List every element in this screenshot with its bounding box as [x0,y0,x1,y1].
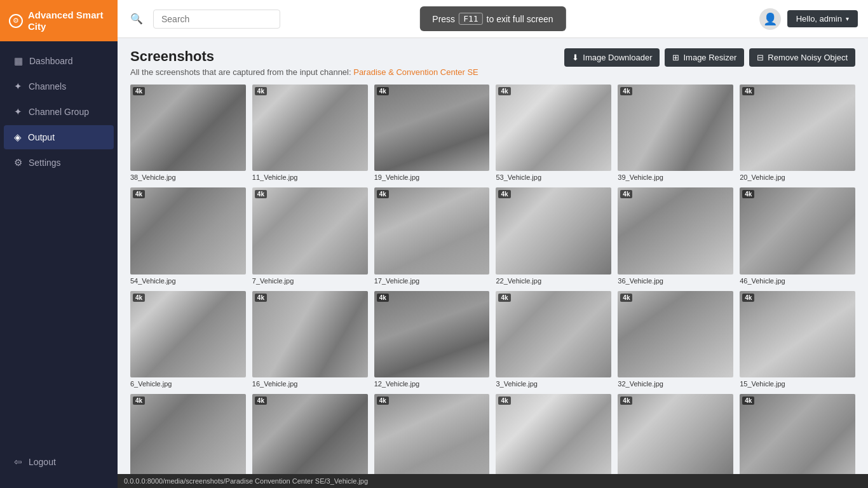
list-item[interactable]: 4k4_Vehicle.jpg [374,394,490,474]
image-thumbnail: 4k [618,187,733,274]
image-filename: 20_Vehicle.jpg [740,173,855,181]
list-item[interactable]: 4k12_Vehicle.jpg [374,291,490,388]
image-thumbnail: 4k [618,394,733,474]
search-input[interactable] [153,10,280,29]
list-item[interactable]: 4k19_Vehicle.jpg [374,85,490,181]
image-thumbnail: 4k [740,291,855,377]
resolution-badge: 4k [133,190,145,198]
list-item[interactable]: 4k16_Vehicle.jpg [252,291,368,388]
topbar: 🔍 Press F11 to exit full screen 👤 Hello,… [118,0,868,38]
image-thumbnail: 4k [252,394,368,474]
image-thumbnail: 4k [618,85,733,171]
list-item[interactable]: 4k53_Vehicle.jpg [496,85,611,181]
sidebar-item-label: Settings [29,158,61,168]
list-item[interactable]: 4k46_Vehicle.jpg [740,187,855,284]
dropdown-arrow-icon: ▾ [846,15,849,22]
image-resizer-button[interactable]: ⊞ Image Resizer [665,48,744,67]
resolution-badge: 4k [620,294,632,302]
image-filename: 53_Vehicle.jpg [496,173,611,181]
statusbar-text: 0.0.0.0:8000/media/screenshots/Paradise … [124,477,368,485]
dashboard-icon: ▦ [14,55,23,67]
list-item[interactable]: 4k54_Vehicle.jpg [130,187,246,284]
resolution-badge: 4k [742,294,754,302]
image-downloader-button[interactable]: ⬇ Image Downloader [564,48,660,67]
list-item[interactable]: 4k11_Vehicle.jpg [252,85,368,181]
list-item[interactable]: 4k39_Vehicle.jpg [618,85,733,181]
sidebar-item-channels[interactable]: ✦ Channels [4,74,114,98]
image-thumbnail: 4k [618,291,733,377]
list-item[interactable]: 4k51_Vehicle.jpg [496,394,611,474]
user-menu-button[interactable]: Hello, admin ▾ [787,10,858,27]
logout-icon: ⇦ [14,456,22,468]
image-grid: 4k38_Vehicle.jpg4k11_Vehicle.jpg4k19_Veh… [130,85,855,474]
image-thumbnail: 4k [374,187,490,274]
output-icon: ◈ [14,132,22,143]
channels-icon: ✦ [14,81,22,92]
logout-button[interactable]: ⇦ Logout [4,450,114,474]
image-filename: 32_Vehicle.jpg [618,380,733,388]
page-subtitle: All the screenshots that are captured fr… [130,67,478,77]
user-label: Hello, admin [796,14,842,24]
image-filename: 15_Vehicle.jpg [740,380,855,388]
image-filename: 36_Vehicle.jpg [618,277,733,285]
content-area: Screenshots All the screenshots that are… [118,38,868,474]
image-thumbnail: 4k [374,394,490,474]
page-title: Screenshots [130,48,478,65]
list-item[interactable]: 4k20_Vehicle.jpg [740,85,855,181]
image-thumbnail: 4k [496,291,611,377]
sidebar-item-dashboard[interactable]: ▦ Dashboard [4,49,114,73]
sidebar-item-label: Output [28,132,55,142]
list-item[interactable]: 4k15_Vehicle.jpg [740,291,855,388]
toast-key: F11 [459,13,482,25]
sidebar-item-settings[interactable]: ⚙ Settings [4,151,114,175]
resolution-badge: 4k [742,190,754,198]
action-buttons: ⬇ Image Downloader ⊞ Image Resizer ⊟ Rem… [564,48,855,67]
list-item[interactable]: 4k35_Vehicle.jpg [130,394,246,474]
resolution-badge: 4k [377,396,389,405]
remove-icon: ⊟ [757,53,764,62]
btn-label: Image Downloader [583,53,652,62]
image-filename: 17_Vehicle.jpg [374,277,490,285]
list-item[interactable]: 4k32_Vehicle.jpg [618,291,733,388]
resolution-badge: 4k [498,294,510,302]
image-filename: 46_Vehicle.jpg [740,277,855,285]
list-item[interactable]: 4k22_Vehicle.jpg [496,187,611,284]
resolution-badge: 4k [620,87,632,95]
resolution-badge: 4k [620,396,632,405]
toast-prefix: Press [432,14,455,24]
list-item[interactable]: 4k5_Vehicle.jpg [252,394,368,474]
resolution-badge: 4k [255,190,267,198]
list-item[interactable]: 4k36_Vehicle.jpg [618,187,733,284]
list-item[interactable]: 4k7_Vehicle.jpg [252,187,368,284]
image-filename: 19_Vehicle.jpg [374,173,490,181]
toast-suffix: to exit full screen [487,14,553,24]
image-thumbnail: 4k [252,187,368,274]
statusbar: 0.0.0.0:8000/media/screenshots/Paradise … [118,474,868,488]
page-header-left: Screenshots All the screenshots that are… [130,48,478,77]
logout-label: Logout [29,457,56,467]
image-filename: 11_Vehicle.jpg [252,173,368,181]
list-item[interactable]: 4k38_Vehicle.jpg [130,85,246,181]
sidebar-item-channel-group[interactable]: ✦ Channel Group [4,100,114,124]
resolution-badge: 4k [498,396,510,405]
resolution-badge: 4k [377,190,389,198]
content-header: Screenshots All the screenshots that are… [130,48,855,77]
resolution-badge: 4k [620,190,632,198]
resolution-badge: 4k [377,87,389,95]
image-thumbnail: 4k [374,85,490,171]
channel-link[interactable]: Paradise & Convention Center SE [353,67,478,77]
image-filename: 38_Vehicle.jpg [130,173,246,181]
remove-noisy-object-button[interactable]: ⊟ Remove Noisy Object [749,48,855,67]
list-item[interactable]: 4k3_Vehicle.jpg [496,291,611,388]
list-item[interactable]: 4k29_Vehicle.jpg [618,394,733,474]
sidebar-item-output[interactable]: ◈ Output [4,125,114,149]
list-item[interactable]: 4k9_Vehicle.jpg [740,394,855,474]
resolution-badge: 4k [255,294,267,302]
channel-group-icon: ✦ [14,106,22,118]
list-item[interactable]: 4k6_Vehicle.jpg [130,291,246,388]
search-icon-button[interactable]: 🔍 [128,10,146,27]
sidebar-nav: ▦ Dashboard ✦ Channels ✦ Channel Group ◈… [0,41,118,442]
list-item[interactable]: 4k17_Vehicle.jpg [374,187,490,284]
app-logo[interactable]: ⚙ Advanced Smart City [0,0,118,41]
fullscreen-toast: Press F11 to exit full screen [419,6,566,31]
